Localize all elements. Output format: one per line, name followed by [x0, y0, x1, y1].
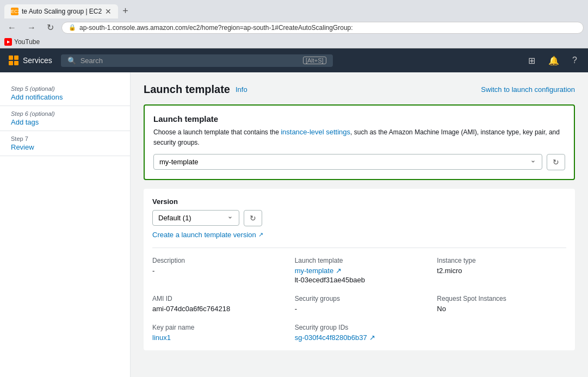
version-label: Version: [152, 197, 566, 206]
launch-template-link-text: my-template: [295, 267, 334, 275]
address-bar-row: ← → ↻ 🔒 ap-south-1.console.aws.amazon.co…: [0, 19, 588, 37]
step6-label: Step 6 (optional): [11, 110, 119, 117]
key-pair-value[interactable]: linux1: [152, 333, 282, 342]
bookmarks-bar: YouTube: [0, 37, 588, 48]
launch-template-detail-value: my-template ↗ lt-03ecedf31ae45baeb: [295, 267, 424, 284]
version-refresh-button[interactable]: ↻: [244, 210, 262, 226]
new-tab-button[interactable]: +: [120, 3, 131, 19]
request-spot-label: Request Spot Instances: [437, 295, 566, 302]
switch-to-launch-config-link[interactable]: Switch to launch configuration: [481, 85, 575, 94]
security-group-ids-value[interactable]: sg-030f4c4f8280b6b37 ↗: [295, 333, 424, 342]
security-groups-label: Security groups: [295, 295, 424, 302]
security-group-ids-link-text: sg-030f4c4f8280b6b37: [295, 333, 367, 342]
tab-favicon: EC2: [11, 8, 18, 15]
details-divider: [152, 248, 566, 248]
browser-tab[interactable]: EC2 te Auto Scaling group | EC2 ✕: [4, 4, 118, 18]
details-grid: Description - Launch template my-templat…: [152, 257, 566, 342]
key-pair-label: Key pair name: [152, 324, 282, 331]
bell-icon-button[interactable]: 🔔: [546, 53, 561, 68]
search-input[interactable]: [81, 57, 299, 65]
step7-label: Step 7: [11, 135, 119, 142]
sidebar: Step 5 (optional) Add notifications Step…: [0, 72, 131, 377]
security-groups-value: -: [295, 305, 424, 313]
back-button[interactable]: ←: [4, 22, 20, 34]
tab-title: te Auto Scaling group | EC2: [22, 8, 102, 15]
launch-template-link[interactable]: my-template ↗: [295, 267, 424, 275]
page-header: Launch template Info Switch to launch co…: [144, 83, 575, 96]
security-group-ids-ext-icon: ↗: [369, 333, 375, 342]
bookmark-youtube[interactable]: YouTube: [4, 38, 40, 46]
ami-id-value: ami-074dc0a6f6c764218: [152, 305, 282, 313]
template-refresh-button[interactable]: ↻: [547, 154, 565, 170]
services-label[interactable]: Services: [23, 56, 52, 65]
ami-id-detail: AMI ID ami-074dc0a6f6c764218: [152, 295, 282, 313]
description-value: -: [152, 267, 282, 275]
youtube-favicon: [4, 38, 12, 46]
content-area: Launch template Info Switch to launch co…: [131, 72, 588, 377]
address-bar[interactable]: 🔒 ap-south-1.console.aws.amazon.com/ec2/…: [61, 22, 584, 34]
launch-template-detail: Launch template my-template ↗ lt-03ecedf…: [295, 257, 424, 284]
aws-topnav: Services 🔍 [Alt+S] ⊞ 🔔 ?: [0, 48, 588, 72]
lock-icon: 🔒: [69, 24, 76, 31]
security-group-ids-detail: Security group IDs sg-030f4c4f8280b6b37 …: [295, 324, 424, 342]
launch-template-box: Launch template Choose a launch template…: [144, 104, 575, 180]
sidebar-item-add-notifications[interactable]: Add notifications: [11, 93, 119, 101]
ami-id-label: AMI ID: [152, 295, 282, 302]
launch-template-detail-label: Launch template: [295, 257, 424, 264]
security-group-ids-label: Security group IDs: [295, 324, 424, 331]
info-link[interactable]: Info: [236, 85, 247, 94]
sidebar-section-step6: Step 6 (optional) Add tags: [0, 106, 130, 131]
aws-search-bar[interactable]: 🔍 [Alt+S]: [61, 54, 333, 67]
request-spot-detail: Request Spot Instances No: [437, 295, 566, 313]
search-icon: 🔍: [67, 57, 76, 65]
create-launch-template-version-link[interactable]: Create a launch template version ↗: [152, 231, 566, 239]
create-template-link-text: Create a launch template version: [152, 231, 256, 239]
instance-level-settings-link[interactable]: instance-level settings: [281, 128, 350, 136]
version-dropdown[interactable]: Default (1): [152, 210, 239, 226]
external-link-icon: ↗: [258, 231, 263, 238]
bookmark-youtube-label: YouTube: [14, 38, 40, 46]
launch-template-ext-icon: ↗: [336, 267, 342, 275]
page-title-row: Launch template Info: [144, 83, 247, 96]
main-layout: Step 5 (optional) Add notifications Step…: [0, 72, 588, 377]
template-dropdown[interactable]: my-template: [153, 154, 542, 170]
sidebar-item-add-tags[interactable]: Add tags: [11, 118, 119, 126]
request-spot-value: No: [437, 305, 566, 313]
step5-label: Step 5 (optional): [11, 85, 119, 92]
sidebar-section-step5: Step 5 (optional) Add notifications: [0, 81, 130, 106]
terminal-icon-button[interactable]: ⊞: [526, 53, 537, 68]
version-row: Default (1) ↻: [152, 210, 566, 226]
launch-template-section-title: Launch template: [153, 114, 565, 123]
topnav-icons: ⊞ 🔔 ?: [526, 53, 579, 68]
url-text: ap-south-1.console.aws.amazon.com/ec2/ho…: [79, 24, 353, 32]
search-shortcut: [Alt+S]: [303, 57, 326, 64]
template-dropdown-row: my-template ↻: [153, 154, 565, 170]
key-pair-detail: Key pair name linux1: [152, 324, 282, 342]
help-icon-button[interactable]: ?: [570, 53, 579, 67]
instance-type-detail: Instance type t2.micro: [437, 257, 566, 284]
instance-type-value: t2.micro: [437, 267, 566, 275]
tab-close-button[interactable]: ✕: [105, 7, 112, 16]
version-section: Version Default (1) ↻ Create a launch te…: [144, 189, 575, 350]
page-title: Launch template: [144, 83, 230, 96]
aws-logo: Services: [9, 55, 52, 65]
description-detail: Description -: [152, 257, 282, 284]
sidebar-section-step7: Step 7 Review: [0, 131, 130, 156]
security-groups-detail: Security groups -: [295, 295, 424, 313]
launch-template-section-desc: Choose a launch template that contains t…: [153, 127, 565, 147]
sidebar-item-review[interactable]: Review: [11, 143, 119, 151]
reload-button[interactable]: ↻: [44, 21, 57, 34]
description-label: Description: [152, 257, 282, 264]
instance-type-label: Instance type: [437, 257, 566, 264]
forward-button[interactable]: →: [24, 22, 39, 34]
aws-grid-icon: [9, 55, 18, 65]
launch-template-id: lt-03ecedf31ae45baeb: [295, 276, 424, 284]
